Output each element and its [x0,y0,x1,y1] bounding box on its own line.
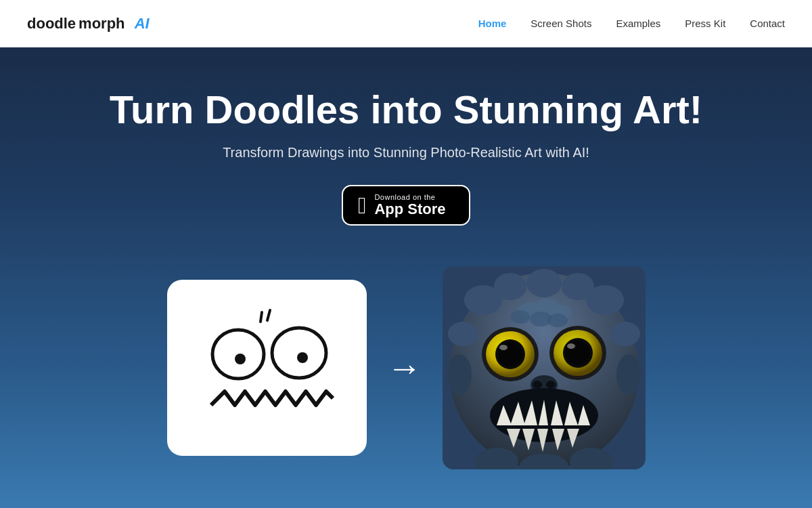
doodle-drawing [167,280,367,456]
monster-card [443,266,646,469]
svg-point-47 [616,354,641,395]
svg-point-32 [546,381,556,389]
doodle-card [167,280,367,456]
apple-icon:  [358,194,366,217]
nav-screenshots[interactable]: Screen Shots [531,18,591,29]
svg-point-2 [272,328,326,378]
nav-presskit[interactable]: Press Kit [685,18,725,29]
svg-point-31 [533,381,542,389]
logo-ai-text: AI [135,15,150,33]
nav-links: Home Screen Shots Examples Press Kit Con… [478,18,785,29]
logo-doodle-text: doodle [27,15,76,33]
svg-point-12 [448,322,478,346]
hero-title: Turn Doodles into Stunning Art! [110,88,702,131]
comparison-images: → [0,266,812,469]
nav-contact[interactable]: Contact [750,18,785,29]
monster-drawing [443,266,646,469]
svg-point-9 [526,269,562,297]
hero-subtitle: Transform Drawings into Stunning Photo-R… [223,145,589,161]
svg-point-3 [297,352,308,363]
svg-point-13 [610,322,640,346]
svg-point-11 [586,285,624,315]
svg-point-8 [494,273,526,300]
svg-point-1 [235,354,246,364]
logo[interactable]: doodlemorph AI [27,15,150,33]
appstore-big-label: App Store [374,201,445,217]
logo-morph-text: morph [78,15,125,33]
navbar: doodlemorph AI Home Screen Shots Example… [0,0,812,47]
hero-section: Turn Doodles into Stunning Art! Transfor… [0,47,812,508]
appstore-button[interactable]:  Download on the App Store [342,185,470,226]
appstore-small-label: Download on the [374,193,435,201]
svg-line-4 [261,312,262,322]
arrow-icon: → [387,350,422,385]
svg-point-24 [499,345,508,350]
svg-point-46 [447,354,472,395]
nav-examples[interactable]: Examples [616,18,660,29]
appstore-text: Download on the App Store [374,193,445,217]
svg-point-17 [511,310,530,324]
svg-line-5 [267,310,270,320]
nav-home[interactable]: Home [478,18,507,29]
svg-point-29 [567,343,575,349]
svg-point-19 [547,314,568,327]
